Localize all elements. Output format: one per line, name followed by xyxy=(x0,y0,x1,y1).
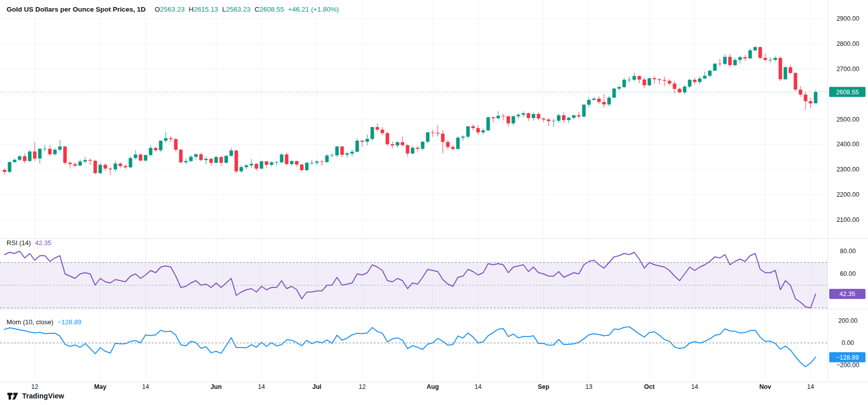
time-axis-day-label: 14 xyxy=(807,383,814,390)
axis-tick-label: 0.00 xyxy=(842,339,854,346)
time-axis-month-label: Oct xyxy=(644,383,655,390)
open-value: 2563.23 xyxy=(160,6,185,13)
rsi-title-label: RSI (14) xyxy=(7,239,31,247)
rsi-value-label: 42.35 xyxy=(829,289,865,299)
axis-tick-label: 2900.00 xyxy=(836,15,859,22)
svg-text:2608.55: 2608.55 xyxy=(836,89,858,96)
time-axis-month-label: Aug xyxy=(427,383,439,390)
time-axis-day-label: 12 xyxy=(31,383,38,390)
time-axis-month-label: Jun xyxy=(211,383,222,390)
rsi-indicator-title[interactable]: RSI (14)42.35 xyxy=(7,239,51,247)
time-axis-month-label: Nov xyxy=(759,383,771,390)
axis-tick-label: 2700.00 xyxy=(836,66,859,73)
high-label: H xyxy=(188,6,193,13)
axis-tick-label: 200.00 xyxy=(838,317,857,324)
pane-separators xyxy=(0,0,868,382)
candles-series xyxy=(3,46,818,176)
tradingview-logo-icon xyxy=(7,392,19,400)
change-value: +46.21 (+1.80%) xyxy=(288,6,339,13)
momentum-indicator-title[interactable]: Mom (10, close)−128.89 xyxy=(7,318,82,326)
price-axis[interactable]: 2900.002800.002700.002600.002500.002400.… xyxy=(836,15,859,223)
momentum-line xyxy=(5,327,816,367)
axis-tick-label: 80.00 xyxy=(840,248,855,255)
axis-tick-label: 2100.00 xyxy=(836,216,859,223)
time-axis-day-label: 14 xyxy=(258,383,265,390)
axis-tick-label: 2400.00 xyxy=(836,141,859,148)
rsi-title-value: 42.35 xyxy=(35,239,51,247)
momentum-title-label: Mom (10, close) xyxy=(7,318,53,326)
symbol-legend[interactable]: Gold US Dollars per Ounce Spot Prices, 1… xyxy=(7,6,339,13)
axis-tick-label: 2300.00 xyxy=(836,166,859,173)
time-axis-day-label: 14 xyxy=(142,383,149,390)
rsi-band xyxy=(0,262,828,308)
tradingview-logo[interactable]: TradingView xyxy=(7,392,64,400)
svg-text:−128.89: −128.89 xyxy=(836,354,859,361)
momentum-title-value: −128.89 xyxy=(57,318,81,326)
symbol-title[interactable]: Gold US Dollars per Ounce Spot Prices, 1… xyxy=(7,6,146,13)
tradingview-chart-window: 2900.002800.002700.002600.002500.002400.… xyxy=(0,0,868,405)
time-axis-day-label: 13 xyxy=(585,383,592,390)
chart-canvas[interactable]: 2900.002800.002700.002600.002500.002400.… xyxy=(0,0,868,405)
close-label: C xyxy=(254,6,259,13)
high-value: 2615.13 xyxy=(193,6,218,13)
momentum-value-label: −128.89 xyxy=(829,352,865,362)
axis-tick-label: 2800.00 xyxy=(836,40,859,47)
time-axis-day-label: 14 xyxy=(475,383,482,390)
tradingview-logo-text: TradingView xyxy=(22,392,64,400)
time-axis-day-label: 14 xyxy=(691,383,698,390)
time-gridlines xyxy=(35,0,811,382)
time-axis-month-label: May xyxy=(94,383,106,390)
price-gridlines xyxy=(0,19,828,220)
open-label: O xyxy=(155,6,160,13)
svg-text:42.35: 42.35 xyxy=(839,291,855,298)
time-axis-day-label: 12 xyxy=(359,383,366,390)
axis-tick-label: 2500.00 xyxy=(836,116,859,123)
axis-tick-label: −200.00 xyxy=(836,362,859,369)
time-axis[interactable]: 12May14Jun14Jul12Aug14Sep13Oct14Nov14 xyxy=(31,383,814,390)
last-price-label: 2608.55 xyxy=(829,87,865,97)
time-axis-month-label: Sep xyxy=(538,383,550,390)
axis-tick-label: 2200.00 xyxy=(836,191,859,198)
time-axis-month-label: Jul xyxy=(312,383,321,390)
low-value: 2563.23 xyxy=(226,6,250,13)
close-value: 2608.55 xyxy=(259,6,284,13)
axis-tick-label: 60.00 xyxy=(840,270,855,277)
